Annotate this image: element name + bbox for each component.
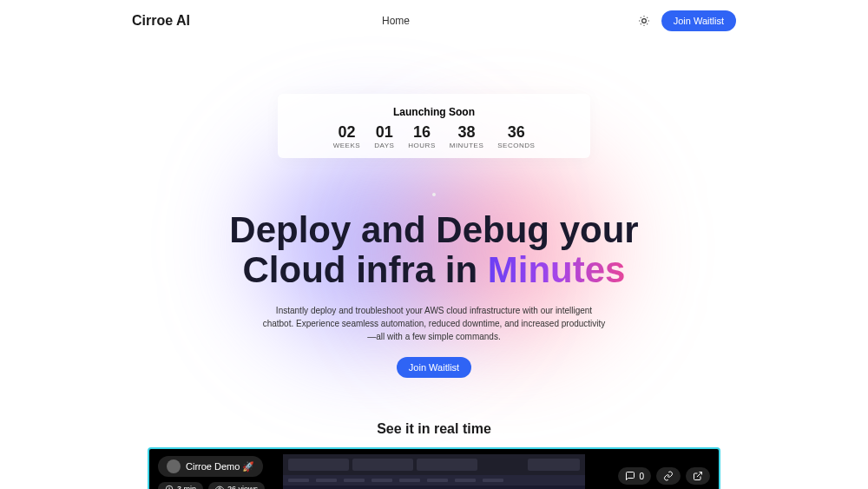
- logo[interactable]: Cirroe AI: [132, 13, 190, 29]
- video-duration-pill: 3 min: [158, 482, 203, 489]
- countdown-row: 02 WEEKS 01 DAYS 16 HOURS 38 MINUTES 36 …: [304, 123, 564, 149]
- hero-title-line2: Cloud infra in: [243, 249, 488, 290]
- svg-line-8: [647, 17, 648, 18]
- svg-line-11: [697, 472, 702, 478]
- video-preview-browser: Cirroe AI Login: [283, 454, 585, 489]
- countdown-minutes-label: MINUTES: [450, 142, 484, 149]
- countdown-seconds-label: SECONDS: [497, 142, 535, 149]
- section-title: See it in real time: [0, 421, 868, 437]
- countdown-minutes-value: 38: [450, 123, 484, 142]
- join-waitlist-button-hero[interactable]: Join Waitlist: [397, 357, 471, 378]
- video-expand-button[interactable]: [686, 467, 710, 485]
- countdown: Launching Soon 02 WEEKS 01 DAYS 16 HOURS…: [278, 94, 590, 158]
- video-embed[interactable]: Cirroe AI Login Cirroe Demo 🚀 3 min 26 v…: [148, 447, 720, 489]
- hero-title-line1: Deploy and Debug your: [229, 209, 638, 250]
- link-icon: [663, 471, 674, 481]
- countdown-seconds-value: 36: [497, 123, 535, 142]
- hero-subtitle: Instantly deploy and troubleshoot your A…: [260, 304, 608, 343]
- decorative-dot: [432, 193, 436, 196]
- mini-tab: [417, 459, 477, 471]
- external-icon: [693, 471, 703, 481]
- countdown-days-value: 01: [374, 123, 394, 142]
- countdown-days: 01 DAYS: [374, 123, 394, 149]
- countdown-weeks-label: WEEKS: [333, 142, 360, 149]
- mini-tab: [352, 459, 413, 471]
- hero: Deploy and Debug your Cloud infra in Min…: [0, 210, 868, 378]
- hero-title-accent: Minutes: [488, 249, 626, 290]
- video-comments-count: 0: [639, 472, 644, 481]
- hero-title: Deploy and Debug your Cloud infra in Min…: [0, 210, 868, 290]
- mini-bookmark-row: [283, 475, 585, 486]
- countdown-weeks: 02 WEEKS: [333, 123, 360, 149]
- svg-line-4: [647, 23, 648, 24]
- mini-tab: [288, 459, 349, 471]
- countdown-weeks-value: 02: [333, 123, 360, 142]
- video-comments-button[interactable]: 0: [618, 467, 651, 485]
- countdown-seconds: 36 SECONDS: [497, 123, 535, 149]
- comment-icon: [625, 471, 635, 481]
- video-title: Cirroe Demo 🚀: [186, 461, 254, 472]
- countdown-minutes: 38 MINUTES: [450, 123, 484, 149]
- video-avatar-icon: [167, 459, 181, 473]
- join-waitlist-button-header[interactable]: Join Waitlist: [661, 10, 736, 31]
- countdown-title: Launching Soon: [304, 106, 564, 118]
- clock-icon: [165, 485, 174, 489]
- countdown-days-label: DAYS: [374, 142, 394, 149]
- video-link-button[interactable]: [656, 467, 681, 485]
- nav-home[interactable]: Home: [382, 15, 410, 27]
- video-duration: 3 min: [177, 485, 196, 489]
- header: Cirroe AI Home Join Waitlist: [0, 0, 868, 42]
- eye-icon: [215, 485, 224, 489]
- countdown-hours-label: HOURS: [408, 142, 435, 149]
- svg-line-7: [641, 23, 641, 24]
- video-views: 26 views: [227, 485, 258, 489]
- theme-toggle-icon[interactable]: [637, 14, 651, 28]
- countdown-hours: 16 HOURS: [408, 123, 435, 149]
- svg-point-0: [641, 19, 646, 23]
- countdown-hours-value: 16: [408, 123, 435, 142]
- mini-content-header: Cirroe AI Login: [283, 486, 585, 489]
- video-title-pill[interactable]: Cirroe Demo 🚀: [158, 456, 263, 477]
- mini-tab: [528, 459, 580, 471]
- svg-line-3: [641, 17, 641, 18]
- mini-browser-tabs: [283, 454, 585, 475]
- header-actions: Join Waitlist: [637, 10, 736, 31]
- video-views-pill: 26 views: [208, 482, 265, 489]
